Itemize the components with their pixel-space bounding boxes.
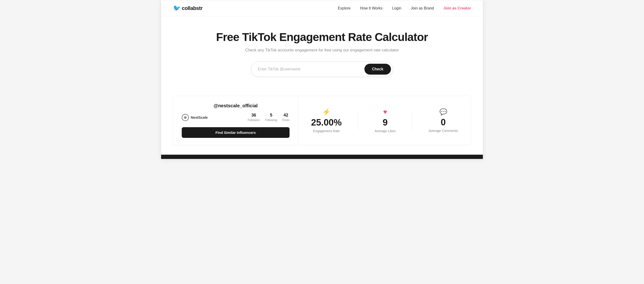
followers-count: 36 xyxy=(248,113,260,118)
search-container: Check xyxy=(170,62,474,77)
nav-join-creator[interactable]: Join as Creator xyxy=(444,6,471,10)
profile-section: @nestscale_official ⊕ NestScale 36 Follo… xyxy=(173,96,298,145)
metric-average-likes: ♥ 9 Average Likes xyxy=(374,108,396,133)
logo-text: collabstr xyxy=(182,5,202,11)
metric-average-comments: 💬 0 Average Comments xyxy=(428,108,458,133)
hero-subtitle: Check any TikTok accounts engagement for… xyxy=(170,48,474,52)
footer-bar xyxy=(161,155,483,159)
profile-brand: ⊕ NestScale xyxy=(182,114,208,121)
engagement-value: 25.00% xyxy=(311,118,342,128)
following-label: Following xyxy=(265,118,277,122)
page-wrapper: 🐦 collabstr Explore How It Works Login J… xyxy=(161,0,483,159)
stat-following: 5 Following xyxy=(265,113,277,122)
navbar: 🐦 collabstr Explore How It Works Login J… xyxy=(161,0,483,16)
comments-label: Average Comments xyxy=(428,129,458,133)
nav-login[interactable]: Login xyxy=(392,6,401,10)
likes-icon: ♥ xyxy=(374,108,396,116)
comments-value: 0 xyxy=(428,118,458,128)
profile-stats: 36 Followers 5 Following 42 Posts xyxy=(248,113,289,122)
stat-followers: 36 Followers xyxy=(248,113,260,122)
hero-section: Free TikTok Engagement Rate Calculator C… xyxy=(161,16,483,96)
comments-icon: 💬 xyxy=(428,108,458,116)
search-box: Check xyxy=(251,62,393,77)
navbar-links: Explore How It Works Login Join as Brand… xyxy=(338,6,471,10)
check-button[interactable]: Check xyxy=(364,64,391,74)
divider-2 xyxy=(412,111,412,130)
engagement-label: Engagement Rate xyxy=(311,129,342,133)
stat-posts: 42 Posts xyxy=(282,113,290,122)
metrics-section: ⚡ 25.00% Engagement Rate ♥ 9 Average Lik… xyxy=(298,96,471,145)
profile-username: @nestscale_official xyxy=(182,103,290,108)
posts-label: Posts xyxy=(282,118,290,122)
engagement-icon: ⚡ xyxy=(311,108,342,116)
nav-explore[interactable]: Explore xyxy=(338,6,350,10)
logo-bird-icon: 🐦 xyxy=(173,4,180,12)
logo[interactable]: 🐦 collabstr xyxy=(173,4,202,12)
find-similar-button[interactable]: Find Similar Influencers xyxy=(182,127,290,138)
posts-count: 42 xyxy=(282,113,290,118)
brand-name: NestScale xyxy=(191,115,208,120)
page-title: Free TikTok Engagement Rate Calculator xyxy=(170,30,474,44)
divider-1 xyxy=(358,111,358,130)
following-count: 5 xyxy=(265,113,277,118)
metric-engagement-rate: ⚡ 25.00% Engagement Rate xyxy=(311,108,342,133)
results-card: @nestscale_official ⊕ NestScale 36 Follo… xyxy=(173,96,471,145)
profile-info-row: ⊕ NestScale 36 Followers 5 Following 42 … xyxy=(182,113,290,122)
likes-label: Average Likes xyxy=(374,129,396,133)
nav-how-it-works[interactable]: How It Works xyxy=(360,6,383,10)
followers-label: Followers xyxy=(248,118,260,122)
likes-value: 9 xyxy=(374,118,396,128)
search-input[interactable] xyxy=(258,67,364,71)
nav-join-brand[interactable]: Join as Brand xyxy=(411,6,434,10)
brand-logo-icon: ⊕ xyxy=(182,114,189,121)
